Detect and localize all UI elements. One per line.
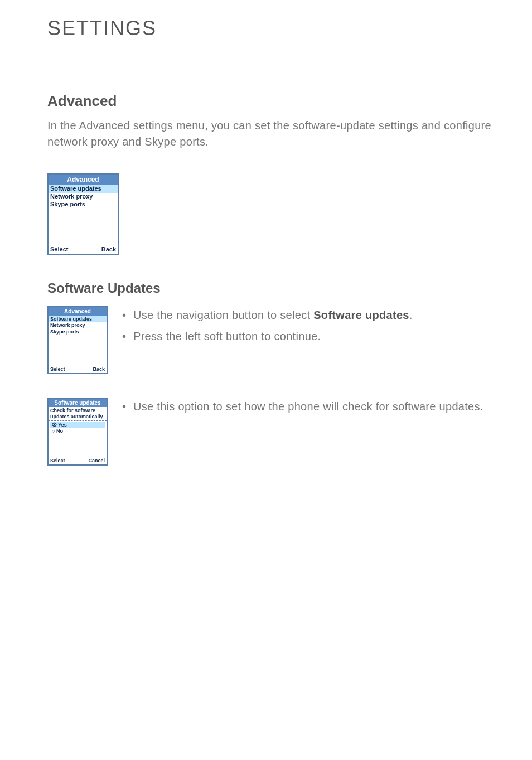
phone-footer: Select Back <box>49 365 107 373</box>
bullet-item: Press the left soft button to continue. <box>122 327 493 345</box>
phone-screen-advanced-small: Advanced Software updates Network proxy … <box>47 306 108 374</box>
softkey-right[interactable]: Back <box>93 366 105 372</box>
bullet-strong: Software updates <box>313 309 409 321</box>
softkey-right[interactable]: Back <box>101 246 116 253</box>
page-title: SETTINGS <box>47 17 493 45</box>
bullet-text: . <box>409 309 413 321</box>
phone-footer: Select Back <box>49 245 118 254</box>
bullet-text: Use the navigation button to select <box>133 309 313 321</box>
advanced-intro: In the Advanced settings menu, you can s… <box>47 118 493 150</box>
phone-body: Check for software updates automatically… <box>49 407 107 457</box>
option-label: No <box>56 428 63 434</box>
software-updates-heading: Software Updates <box>47 280 493 296</box>
phone-header: Advanced <box>49 307 107 316</box>
phone-subtitle: Check for software updates automatically <box>49 408 107 420</box>
phone-header: Software updates <box>49 399 107 407</box>
bullet-item: Use the navigation button to select Soft… <box>122 306 493 324</box>
phone-menu-item[interactable]: Network proxy <box>49 193 118 201</box>
option-label: Yes <box>58 422 67 428</box>
softkey-right[interactable]: Cancel <box>88 458 105 463</box>
advanced-heading: Advanced <box>47 93 493 110</box>
step-bullets-2: Use this option to set how the phone wil… <box>122 398 493 419</box>
phone-menu-item[interactable]: Skype ports <box>49 329 107 335</box>
step-bullets-1: Use the navigation button to select Soft… <box>122 306 493 348</box>
step-row-1: Advanced Software updates Network proxy … <box>47 306 493 374</box>
phone-menu-item-selected[interactable]: Software updates <box>49 185 118 193</box>
softkey-left[interactable]: Select <box>50 458 65 463</box>
phone-screen-software-updates: Software updates Check for software upda… <box>47 398 108 466</box>
phone-menu-item[interactable]: Skype ports <box>49 201 118 209</box>
bullet-item: Use this option to set how the phone wil… <box>122 398 493 415</box>
phone-radio-option-selected[interactable]: ⦿ Yes <box>50 422 105 428</box>
phone-screen-advanced: Advanced Software updates Network proxy … <box>47 173 119 255</box>
phone-menu-item-selected[interactable]: Software updates <box>49 316 107 322</box>
phone-menu-item[interactable]: Network proxy <box>49 322 107 328</box>
softkey-left[interactable]: Select <box>50 246 68 253</box>
phone-footer: Select Cancel <box>49 457 107 464</box>
phone-body: Software updates Network proxy Skype por… <box>49 316 107 365</box>
phone-header: Advanced <box>49 175 118 185</box>
phone-body: Software updates Network proxy Skype por… <box>49 185 118 245</box>
softkey-left[interactable]: Select <box>50 366 65 372</box>
phone-radio-option[interactable]: ○ No <box>50 428 105 434</box>
step-row-2: Software updates Check for software upda… <box>47 398 493 466</box>
